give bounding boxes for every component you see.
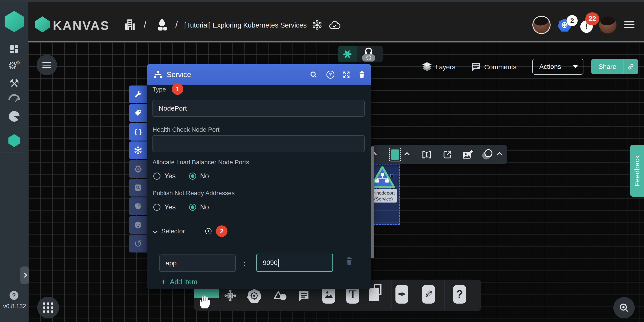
app-header: KANVAS / / [Tutorial] Exploring Kubernet…: [0, 2, 644, 41]
kanvas-hex-logo-icon: [5, 11, 24, 32]
instances-expand-button[interactable]: [494, 145, 505, 164]
sidebar-item-lifecycle[interactable]: ⚙⚙: [0, 60, 28, 72]
health-check-input[interactable]: [152, 135, 364, 152]
context-count-badge[interactable]: 2: [566, 15, 578, 26]
dock-divider-3: [444, 280, 444, 310]
canvas-menu-button[interactable]: [36, 55, 57, 75]
widgets-button[interactable]: [37, 297, 59, 318]
allocate-yes-label[interactable]: Yes: [164, 172, 176, 180]
pan-tool[interactable]: [198, 294, 211, 309]
selector-label: Selector: [161, 228, 185, 235]
kanvas-icon: [8, 134, 20, 147]
tab-history[interactable]: ↺: [129, 235, 147, 252]
organization-icon[interactable]: [124, 18, 136, 31]
user-avatar[interactable]: [599, 16, 616, 34]
dialog-delete-button[interactable]: [355, 64, 369, 85]
comments-icon[interactable]: [470, 61, 482, 72]
braces-icon: { }: [134, 128, 142, 135]
help-button[interactable]: ?: [10, 291, 18, 300]
relationships-graph-icon[interactable]: [312, 20, 322, 30]
add-image-tool[interactable]: [461, 145, 474, 164]
history-icon: ↺: [134, 238, 142, 249]
zoom-in-button[interactable]: [614, 297, 635, 318]
help-circle-icon: ?: [326, 71, 334, 79]
tab-labels[interactable]: [129, 104, 147, 122]
publish-yes-radio[interactable]: [153, 204, 160, 211]
actions-button-label[interactable]: Actions: [533, 63, 568, 70]
tab-settings-wrench[interactable]: [129, 86, 147, 103]
selector-delete-button[interactable]: [345, 256, 353, 265]
comments-button[interactable]: Comments: [484, 63, 516, 71]
allocate-no-label[interactable]: No: [200, 172, 209, 180]
layers-button[interactable]: Layers: [436, 63, 455, 71]
style-expand-button[interactable]: [402, 145, 412, 164]
share-split-button[interactable]: Share: [591, 59, 638, 74]
add-item-button[interactable]: + Add Item: [161, 278, 198, 286]
chevron-up-icon: [404, 152, 410, 157]
tab-github[interactable]: [129, 216, 147, 234]
copy-link-button[interactable]: [624, 63, 638, 70]
dialog-expand-button[interactable]: [339, 64, 354, 85]
collaborator-avatar[interactable]: [533, 17, 550, 33]
dialog-help-button[interactable]: ?: [323, 64, 338, 85]
kubernetes-tool[interactable]: [247, 289, 262, 303]
publish-yes-label[interactable]: Yes: [164, 203, 176, 211]
type-input[interactable]: NodePort: [152, 100, 364, 117]
tab-inspect[interactable]: [129, 179, 147, 197]
text-caret: [278, 259, 279, 267]
tab-json[interactable]: { }: [129, 123, 147, 141]
selector-value-input[interactable]: 9090: [256, 254, 333, 272]
dialog-header[interactable]: Service ?: [147, 64, 371, 85]
selector-key-input[interactable]: app: [159, 254, 236, 272]
tab-relationships[interactable]: [129, 141, 147, 159]
sidebar-item-kanvas[interactable]: [0, 134, 28, 147]
comment-tool[interactable]: [297, 290, 310, 302]
pen-icon: ✒: [398, 288, 406, 300]
sidebar-item-performance[interactable]: [0, 94, 28, 100]
help-tool[interactable]: ?: [453, 285, 466, 303]
publish-no-radio[interactable]: [189, 204, 196, 211]
sidebar-item-extensions[interactable]: [0, 111, 28, 122]
sidebar-item-configuration[interactable]: ⚒: [0, 77, 28, 90]
doc-search-icon: [134, 184, 142, 192]
breadcrumb-separator: /: [144, 19, 146, 30]
actions-dropdown-button[interactable]: [568, 65, 583, 68]
header-menu-button[interactable]: [624, 20, 634, 30]
edge-pen-tool[interactable]: ✒: [396, 285, 408, 303]
avatar-hair: [534, 17, 549, 26]
designs-icon[interactable]: [155, 18, 169, 31]
rail-expand-handle[interactable]: [20, 266, 29, 284]
feedback-tab[interactable]: Feedback: [630, 145, 644, 197]
tab-configure-disabled[interactable]: ⚙: [129, 160, 147, 178]
share-button-label[interactable]: Share: [591, 63, 624, 70]
dialog-scrollbar[interactable]: [371, 146, 374, 258]
allocate-yes-radio[interactable]: [153, 173, 160, 180]
tab-security[interactable]: [129, 197, 147, 215]
freehand-draw-tool[interactable]: ✎: [422, 285, 435, 303]
open-in-new-tool[interactable]: [441, 145, 454, 164]
component-tool[interactable]: [224, 289, 236, 302]
cloud-saved-icon[interactable]: [329, 20, 341, 30]
selector-value: 9090: [263, 259, 278, 266]
meshsync-status-button[interactable]: [338, 46, 356, 62]
notification-count-badge: 22: [586, 13, 599, 25]
github-icon: [134, 221, 142, 229]
dialog-search-button[interactable]: [306, 64, 321, 85]
style-fill-tool[interactable]: [388, 145, 402, 164]
sidebar-item-dashboard[interactable]: [0, 44, 28, 55]
actions-split-button[interactable]: Actions: [532, 59, 584, 75]
selector-section-header[interactable]: Selector i 2: [153, 225, 228, 237]
operator-status-button[interactable]: [356, 46, 383, 62]
rename-label-tool[interactable]: [420, 145, 434, 164]
shapes-tool[interactable]: [274, 290, 287, 302]
sidebar-logo-box[interactable]: [0, 2, 28, 41]
instances-tool[interactable]: [481, 145, 494, 164]
design-title[interactable]: [Tutorial] Exploring Kubernetes Services: [184, 21, 307, 29]
layers-icon[interactable]: [421, 61, 433, 72]
allocate-no-radio[interactable]: [189, 173, 196, 180]
instances-icon: [482, 149, 493, 160]
node-context-toolbar: [373, 145, 507, 164]
fill-swatch-icon: [389, 148, 401, 161]
chevron-up-icon: [497, 152, 502, 157]
publish-no-label[interactable]: No: [200, 203, 209, 211]
